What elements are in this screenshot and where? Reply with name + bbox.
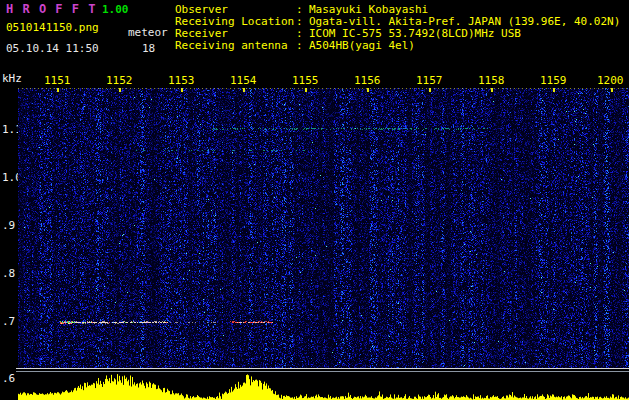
header: H R O F F T 1.00 0510141150.png meteor 0… — [0, 0, 629, 72]
freq-tick-label: .7 — [2, 316, 15, 327]
app-title: H R O F F T — [6, 3, 96, 15]
time-tick-label: 1157 — [416, 75, 443, 86]
spectrogram-canvas — [18, 88, 629, 368]
freq-tick-label: .6 — [2, 373, 15, 384]
time-tick-label: 1200 — [597, 75, 624, 86]
time-tick-label: 1159 — [540, 75, 567, 86]
echo-count: 18 — [142, 43, 155, 54]
info-label: Receiving antenna — [175, 40, 296, 52]
time-tick-label: 1151 — [44, 75, 71, 86]
datetime-label: 05.10.14 11:50 — [6, 43, 99, 54]
app-version: 1.00 — [102, 4, 129, 16]
freq-tick-label: .9 — [2, 220, 15, 231]
separator-line-top — [16, 368, 629, 369]
time-tick-label: 1152 — [106, 75, 133, 86]
station-info: Observer:Masayuki Kobayashi Receiving Lo… — [175, 4, 620, 52]
freq-tick-label: .8 — [2, 268, 15, 279]
mode-label: meteor — [128, 27, 168, 38]
time-tick-label: 1153 — [168, 75, 195, 86]
time-tick-label: 1155 — [292, 75, 319, 86]
freq-axis-unit: kHz — [2, 73, 22, 84]
amplitude-canvas — [18, 372, 629, 400]
info-row-antenna: Receiving antenna:A504HB(yagi 4el) — [175, 40, 620, 52]
time-tick-label: 1156 — [354, 75, 381, 86]
time-tick-label: 1158 — [478, 75, 505, 86]
time-tick-label: 1154 — [230, 75, 257, 86]
info-value: A504HB(yagi 4el) — [309, 40, 415, 52]
hrofft-window: { "header": { "app_title": "H R O F F T"… — [0, 0, 629, 400]
filename-label: 0510141150.png — [6, 22, 99, 33]
info-separator: : — [296, 40, 309, 52]
